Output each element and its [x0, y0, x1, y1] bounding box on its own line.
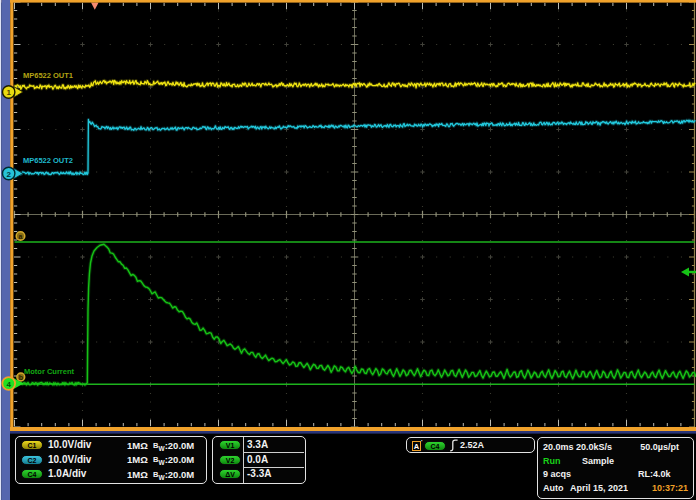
svg-text:MP6522 OUT1: MP6522 OUT1 [23, 71, 73, 80]
svg-text:MP6522 OUT2: MP6522 OUT2 [23, 156, 73, 165]
svg-text:1: 1 [6, 88, 11, 97]
svg-text:2: 2 [6, 170, 11, 179]
svg-text:a: a [19, 233, 23, 240]
svg-text:Motor Current: Motor Current [24, 367, 74, 376]
svg-text:4: 4 [6, 380, 11, 389]
svg-text:b: b [19, 374, 23, 381]
